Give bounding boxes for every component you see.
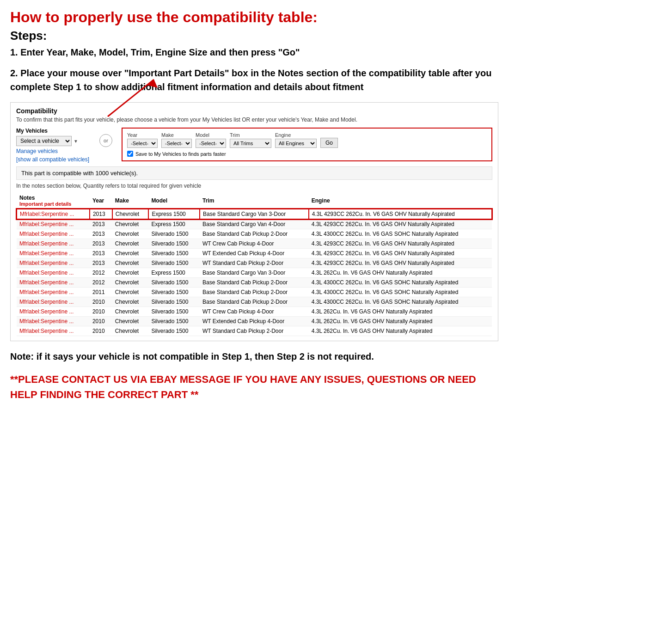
cell-2: Chevrolet [112, 249, 149, 258]
cell-4: Base Standard Cab Pickup 2-Door [200, 229, 309, 239]
compat-subtitle: To confirm that this part fits your vehi… [16, 117, 492, 123]
cell-1: 2013 [90, 258, 112, 268]
cell-5: 4.3L 4293CC 262Cu. In. V6 GAS OHV Natura… [309, 249, 492, 258]
cell-4: WT Crew Cab Pickup 4-Door [200, 239, 309, 249]
go-button[interactable]: Go [320, 138, 338, 148]
cell-1: 2012 [90, 268, 112, 278]
table-row: Mfrlabel:Serpentine ...2010ChevroletSilv… [17, 317, 492, 326]
table-row: Mfrlabel:Serpentine ...2013ChevroletSilv… [17, 239, 492, 249]
cell-4: Base Standard Cab Pickup 2-Door [200, 297, 309, 307]
cell-2: Chevrolet [112, 219, 149, 229]
cell-3: Silverado 1500 [148, 229, 200, 239]
cell-3: Express 1500 [148, 219, 200, 229]
col-make: Make [112, 193, 149, 209]
table-header-row: Notes Important part details Year Make M… [17, 193, 492, 209]
compat-table: Notes Important part details Year Make M… [16, 193, 492, 336]
cell-2: Chevrolet [112, 297, 149, 307]
compat-count-text: This part is compatible with 1000 vehicl… [21, 170, 138, 177]
cell-5: 4.3L 262Cu. In. V6 GAS OHV Naturally Asp… [309, 268, 492, 278]
cell-5: 4.3L 4293CC 262Cu. In. V6 GAS OHV Natura… [309, 209, 492, 219]
col-year: Year [90, 193, 112, 209]
cell-5: 4.3L 4293CC 262Cu. In. V6 GAS OHV Natura… [309, 258, 492, 268]
notes-cell: Mfrlabel:Serpentine ... [17, 268, 90, 278]
notes-cell: Mfrlabel:Serpentine ... [17, 288, 90, 297]
year-select[interactable]: -Select- [127, 139, 158, 148]
notes-cell: Mfrlabel:Serpentine ... [17, 209, 90, 219]
col-engine: Engine [309, 193, 492, 209]
compat-note: In the notes section below, Quantity ref… [16, 183, 492, 189]
engine-label: Engine [275, 132, 317, 138]
cell-3: Silverado 1500 [148, 239, 200, 249]
notes-cell: Mfrlabel:Serpentine ... [17, 297, 90, 307]
notes-cell: Mfrlabel:Serpentine ... [17, 326, 90, 336]
cell-4: Base Standard Cab Pickup 2-Door [200, 288, 309, 297]
cell-1: 2011 [90, 288, 112, 297]
make-field: Make -Select- [161, 132, 192, 148]
table-row: Mfrlabel:Serpentine ...2013ChevroletSilv… [17, 249, 492, 258]
cell-1: 2010 [90, 326, 112, 336]
make-label: Make [161, 132, 192, 138]
notes-cell: Mfrlabel:Serpentine ... [17, 249, 90, 258]
table-row: Mfrlabel:Serpentine ...2013ChevroletExpr… [17, 209, 492, 219]
steps-heading: Steps: [10, 29, 498, 43]
model-field: Model -Select- [196, 132, 226, 148]
table-row: Mfrlabel:Serpentine ...2010ChevroletSilv… [17, 326, 492, 336]
main-title: How to properly use the compatibility ta… [10, 8, 498, 26]
cell-1: 2013 [90, 209, 112, 219]
cell-5: 4.3L 4300CC 262Cu. In. V6 GAS SOHC Natur… [309, 229, 492, 239]
cell-5: 4.3L 262Cu. In. V6 GAS OHV Naturally Asp… [309, 326, 492, 336]
cell-4: Base Standard Cab Pickup 2-Door [200, 278, 309, 288]
cell-4: WT Standard Cab Pickup 2-Door [200, 258, 309, 268]
notes-cell: Mfrlabel:Serpentine ... [17, 229, 90, 239]
table-row: Mfrlabel:Serpentine ...2013ChevroletSilv… [17, 229, 492, 239]
cell-1: 2013 [90, 249, 112, 258]
compat-title: Compatibility [16, 107, 492, 115]
cell-2: Chevrolet [112, 229, 149, 239]
notes-cell: Mfrlabel:Serpentine ... [17, 278, 90, 288]
cell-2: Chevrolet [112, 278, 149, 288]
dropdown-arrow-icon: ▼ [74, 139, 78, 144]
cell-4: Base Standard Cargo Van 3-Door [200, 209, 309, 219]
table-row: Mfrlabel:Serpentine ...2012ChevroletExpr… [17, 268, 492, 278]
table-row: Mfrlabel:Serpentine ...2013ChevroletSilv… [17, 258, 492, 268]
trim-field: Trim All Trims [230, 132, 271, 148]
compatibility-box: Compatibility To confirm that this part … [10, 102, 498, 341]
cell-3: Silverado 1500 [148, 278, 200, 288]
year-field: Year -Select- [127, 132, 158, 148]
cell-3: Silverado 1500 [148, 288, 200, 297]
cell-2: Chevrolet [112, 258, 149, 268]
notes-th-label: Notes [19, 195, 87, 201]
cell-4: WT Standard Cab Pickup 2-Door [200, 326, 309, 336]
cell-2: Chevrolet [112, 288, 149, 297]
cell-3: Silverado 1500 [148, 258, 200, 268]
compat-info-bar: This part is compatible with 1000 vehicl… [16, 166, 492, 180]
cell-2: Chevrolet [112, 326, 149, 336]
save-checkbox[interactable] [127, 151, 133, 157]
col-model: Model [148, 193, 200, 209]
engine-select[interactable]: All Engines [275, 139, 317, 148]
cell-3: Silverado 1500 [148, 307, 200, 317]
step1-text: 1. Enter Year, Make, Model, Trim, Engine… [10, 46, 498, 59]
manage-vehicles-link[interactable]: Manage vehicles [16, 148, 90, 154]
or-circle: or [99, 134, 112, 147]
cell-4: Base Standard Cargo Van 3-Door [200, 268, 309, 278]
model-select[interactable]: -Select- [196, 139, 226, 148]
notes-cell: Mfrlabel:Serpentine ... [17, 258, 90, 268]
cell-1: 2013 [90, 239, 112, 249]
table-row: Mfrlabel:Serpentine ...2012ChevroletSilv… [17, 278, 492, 288]
cell-3: Silverado 1500 [148, 326, 200, 336]
col-trim: Trim [200, 193, 309, 209]
cell-5: 4.3L 4293CC 262Cu. In. V6 GAS OHV Natura… [309, 239, 492, 249]
cell-3: Express 1500 [148, 268, 200, 278]
show-all-link[interactable]: [show all compatible vehicles] [16, 156, 90, 163]
cell-5: 4.3L 4300CC 262Cu. In. V6 GAS SOHC Natur… [309, 278, 492, 288]
cell-1: 2010 [90, 307, 112, 317]
make-select[interactable]: -Select- [161, 139, 192, 148]
cell-2: Chevrolet [112, 209, 149, 219]
cell-2: Chevrolet [112, 317, 149, 326]
table-row: Mfrlabel:Serpentine ...2013ChevroletExpr… [17, 219, 492, 229]
cell-5: 4.3L 4300CC 262Cu. In. V6 GAS SOHC Natur… [309, 288, 492, 297]
vehicle-select[interactable]: Select a vehicle [16, 136, 72, 146]
cell-5: 4.3L 4300CC 262Cu. In. V6 GAS SOHC Natur… [309, 297, 492, 307]
trim-select[interactable]: All Trims [230, 139, 271, 148]
